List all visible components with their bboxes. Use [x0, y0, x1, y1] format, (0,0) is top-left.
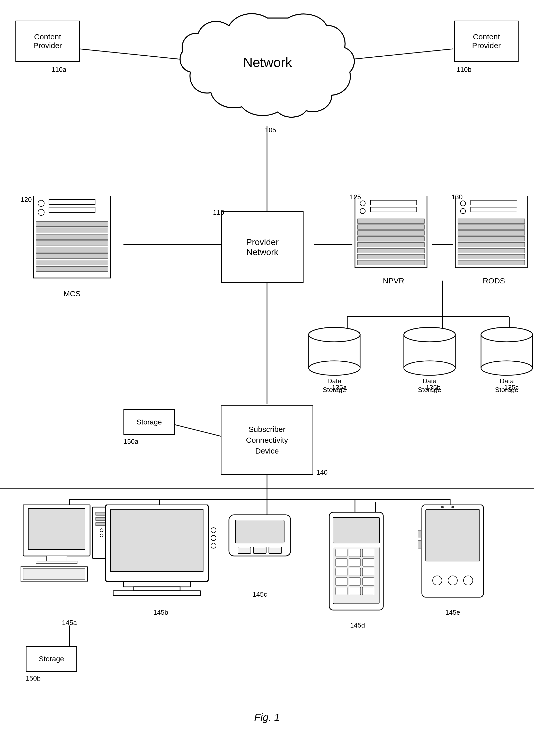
- section-divider: [0, 488, 534, 489]
- svg-point-23: [38, 200, 44, 206]
- svg-rect-56: [458, 236, 525, 241]
- svg-point-97: [211, 535, 216, 541]
- svg-rect-80: [28, 508, 85, 550]
- svg-rect-31: [36, 247, 108, 252]
- svg-rect-112: [363, 549, 374, 557]
- ref-145e-label: 145e: [417, 608, 489, 616]
- svg-rect-93: [123, 582, 191, 587]
- svg-point-77: [481, 361, 532, 375]
- svg-rect-133: [418, 541, 421, 548]
- svg-point-24: [38, 209, 44, 215]
- ref-150a: 150a: [123, 438, 139, 446]
- ref-135c: 135c: [504, 384, 519, 392]
- storage-150b: Storage: [26, 646, 77, 672]
- svg-point-96: [211, 528, 216, 533]
- svg-rect-59: [458, 254, 525, 259]
- svg-rect-58: [458, 248, 525, 253]
- ref-135b: 135b: [426, 384, 441, 392]
- ref-110b: 110b: [457, 66, 471, 74]
- svg-rect-124: [363, 587, 374, 595]
- ref-115: 115: [213, 208, 224, 216]
- device-145d: 145d: [324, 502, 391, 629]
- ref-125: 125: [350, 193, 361, 201]
- svg-rect-53: [458, 219, 525, 224]
- svg-rect-111: [349, 549, 361, 557]
- ref-105: 105: [265, 126, 276, 134]
- svg-rect-113: [336, 558, 347, 566]
- ref-110a: 110a: [51, 66, 66, 74]
- device-145e: 145e: [417, 504, 489, 616]
- ref-135a: 135a: [332, 384, 347, 392]
- svg-rect-57: [458, 242, 525, 247]
- svg-rect-119: [336, 578, 347, 585]
- svg-line-0: [80, 49, 180, 59]
- provider-network-box: Provider Network: [221, 211, 304, 283]
- svg-rect-105: [269, 547, 282, 554]
- svg-point-49: [460, 201, 466, 206]
- ref-145b-label: 145b: [103, 608, 219, 616]
- svg-rect-90: [23, 568, 85, 580]
- svg-rect-82: [36, 561, 77, 564]
- svg-rect-33: [36, 260, 108, 265]
- svg-rect-126: [426, 510, 480, 561]
- svg-rect-40: [358, 219, 424, 224]
- svg-rect-103: [238, 547, 251, 554]
- svg-point-128: [448, 576, 457, 585]
- ref-140: 140: [317, 469, 327, 476]
- diagram: Content Provider 110a Content Provider 1…: [0, 0, 534, 734]
- svg-rect-30: [36, 241, 108, 246]
- svg-point-72: [404, 327, 455, 342]
- svg-point-65: [309, 361, 360, 375]
- svg-rect-28: [36, 228, 108, 233]
- svg-point-131: [451, 506, 454, 508]
- svg-point-129: [464, 576, 473, 585]
- svg-rect-45: [358, 248, 424, 253]
- svg-rect-43: [358, 236, 424, 241]
- svg-text:Network: Network: [243, 55, 292, 70]
- svg-rect-27: [36, 221, 108, 227]
- svg-point-98: [211, 543, 216, 548]
- svg-line-1: [352, 49, 453, 59]
- svg-rect-29: [36, 234, 108, 239]
- svg-rect-116: [336, 568, 347, 576]
- ref-120: 120: [21, 196, 32, 203]
- svg-point-78: [481, 327, 532, 342]
- ref-145d-label: 145d: [324, 621, 391, 629]
- storage-150a: Storage: [123, 409, 175, 435]
- mcs-server: MCS: [21, 196, 123, 298]
- svg-point-36: [360, 201, 365, 206]
- svg-line-12: [175, 425, 221, 436]
- svg-rect-110: [336, 549, 347, 557]
- svg-rect-60: [458, 260, 525, 265]
- svg-point-50: [460, 208, 466, 214]
- svg-rect-108: [333, 517, 379, 543]
- device-145c: 145c: [224, 512, 296, 599]
- svg-point-66: [309, 327, 360, 342]
- npvr-server: NPVR: [352, 196, 435, 285]
- figure-label: Fig. 1: [0, 712, 534, 723]
- svg-rect-44: [358, 242, 424, 247]
- ref-145a-label: 145a: [21, 619, 118, 627]
- device-145b: 145b: [103, 504, 219, 616]
- svg-rect-54: [458, 225, 525, 230]
- network-cloud: Network: [175, 8, 360, 129]
- svg-rect-115: [363, 558, 374, 566]
- svg-rect-41: [358, 225, 424, 230]
- svg-rect-132: [418, 530, 421, 538]
- ref-145c-label: 145c: [224, 590, 296, 599]
- svg-rect-94: [134, 587, 180, 591]
- ref-150b: 150b: [26, 674, 41, 682]
- svg-point-71: [404, 361, 455, 375]
- svg-rect-122: [336, 587, 347, 595]
- svg-point-127: [433, 576, 442, 585]
- svg-rect-117: [349, 568, 361, 576]
- svg-point-37: [360, 208, 365, 214]
- rods-server: RODS: [453, 196, 534, 285]
- svg-rect-42: [358, 230, 424, 235]
- svg-rect-47: [358, 260, 424, 265]
- svg-rect-118: [363, 568, 374, 576]
- svg-rect-34: [36, 266, 108, 272]
- subscriber-connectivity-device: Subscriber Connectivity Device: [221, 405, 313, 475]
- svg-rect-95: [113, 591, 201, 595]
- svg-rect-32: [36, 254, 108, 259]
